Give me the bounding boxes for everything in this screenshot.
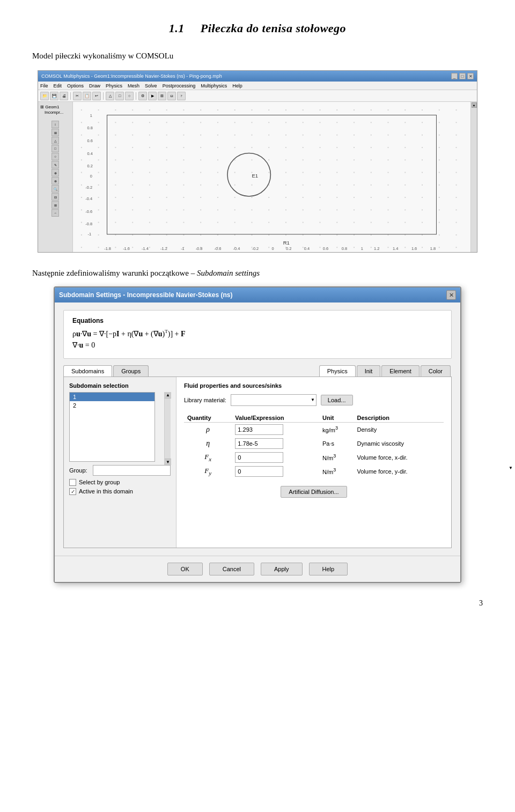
minimize-button[interactable]: _: [451, 73, 458, 79]
left-icon-5[interactable]: ○: [52, 153, 59, 160]
prop-unit-1: Pa·s: [319, 437, 354, 451]
menu-solve[interactable]: Solve: [145, 83, 157, 88]
svg-text:0.8: 0.8: [342, 246, 347, 251]
dialog-close-button[interactable]: ✕: [446, 290, 456, 300]
prop-value-0[interactable]: [232, 422, 319, 437]
prop-input-3[interactable]: [235, 466, 283, 477]
prop-value-3[interactable]: [232, 464, 319, 478]
intro-text: Model piłeczki wykonaliśmy w COMSOLu: [32, 51, 483, 61]
svg-text:1: 1: [90, 113, 92, 118]
comsol-title-text: COMSOL Multiphysics - Geom1:Incompressib…: [41, 73, 222, 79]
subdomain-settings-dialog: Subdomain Settings - Incompressible Navi…: [54, 286, 461, 583]
toolbar-icon-5[interactable]: 📋: [83, 92, 91, 100]
menu-mesh[interactable]: Mesh: [128, 83, 139, 88]
left-icon-7[interactable]: ⊕: [52, 169, 59, 176]
left-icon-9[interactable]: 🔍: [52, 185, 59, 193]
svg-text:0: 0: [90, 174, 92, 179]
left-icon-4[interactable]: □: [52, 145, 59, 152]
maximize-button[interactable]: □: [459, 73, 466, 79]
menu-physics[interactable]: Physics: [106, 83, 122, 88]
menu-options[interactable]: Options: [67, 83, 84, 88]
toolbar-icon-4[interactable]: ✂: [73, 92, 82, 100]
left-icon-11[interactable]: ⊞: [52, 201, 59, 209]
toolbar-icon-7[interactable]: △: [106, 92, 114, 100]
prop-symbol-3: Fy: [184, 464, 232, 478]
table-row: ρkg/m3Density: [184, 422, 444, 437]
toolbar-icon-13[interactable]: Ω: [167, 92, 176, 100]
toolbar-icon-12[interactable]: ⊞: [158, 92, 166, 100]
menu-help[interactable]: Help: [232, 83, 242, 88]
subdomain-scroll-down[interactable]: ▼: [165, 459, 171, 465]
toolbar-icon-8[interactable]: □: [115, 92, 124, 100]
equation-2: ∇·u = 0: [72, 341, 443, 350]
cancel-button[interactable]: Cancel: [209, 563, 254, 575]
menu-postprocessing[interactable]: Postprocessing: [163, 83, 196, 88]
menu-draw[interactable]: Draw: [89, 83, 100, 88]
load-button[interactable]: Load...: [321, 395, 353, 405]
svg-text:0.2: 0.2: [286, 246, 291, 251]
toolbar-icon-10[interactable]: ⚙: [138, 92, 147, 100]
left-icon-1[interactable]: ↕: [52, 121, 59, 128]
toolbar-icon-6[interactable]: ↩: [92, 92, 101, 100]
library-label: Library material:: [184, 397, 226, 403]
svg-text:-0.2: -0.2: [252, 246, 259, 251]
svg-text:R1: R1: [283, 240, 290, 246]
left-icon-3[interactable]: △: [52, 137, 59, 144]
left-icon-12[interactable]: →: [52, 209, 59, 217]
prop-input-2[interactable]: [235, 452, 283, 463]
scroll-up-btn[interactable]: ▲: [472, 102, 477, 108]
ok-button[interactable]: OK: [167, 563, 203, 575]
subdomain-scrollbar[interactable]: ▲ ▼: [164, 392, 171, 465]
active-in-domain-checkbox[interactable]: ✓: [69, 488, 76, 495]
close-button[interactable]: ✕: [467, 73, 474, 79]
subdomain-list[interactable]: 1 2: [69, 392, 155, 462]
prop-input-0[interactable]: [235, 424, 283, 435]
left-icon-10[interactable]: ⊟: [52, 193, 59, 201]
subdomain-scroll-up[interactable]: ▲: [165, 392, 171, 398]
comsol-scrollbar[interactable]: ▲: [470, 102, 477, 253]
prop-description-3: Volume force, y-dir.: [354, 464, 444, 478]
toolbar-icon-11[interactable]: ▶: [148, 92, 157, 100]
toolbar-icon-9[interactable]: ○: [125, 92, 134, 100]
left-icon-2[interactable]: ⊞: [52, 129, 59, 136]
tab-physics[interactable]: Physics: [319, 365, 356, 377]
toolbar-icon-1[interactable]: 📁: [40, 92, 49, 100]
select-by-group-checkbox[interactable]: [69, 479, 76, 486]
help-button[interactable]: Help: [309, 563, 348, 575]
prop-value-2[interactable]: [232, 451, 319, 464]
prop-value-1[interactable]: [232, 437, 319, 451]
tab-element[interactable]: Element: [381, 365, 419, 377]
svg-text:-0.8: -0.8: [85, 222, 92, 226]
page-number: 3: [32, 599, 483, 608]
toolbar-separator-3: [136, 92, 136, 100]
comsol-menubar: File Edit Options Draw Physics Mesh Solv…: [38, 82, 477, 90]
comsol-screenshot: COMSOL Multiphysics - Geom1:Incompressib…: [38, 70, 477, 253]
tab-color[interactable]: Color: [421, 365, 451, 377]
tab-groups[interactable]: Groups: [113, 365, 149, 377]
svg-text:0.6: 0.6: [323, 246, 328, 251]
menu-multiphysics[interactable]: Multiphysics: [201, 83, 227, 88]
artificial-diffusion-button[interactable]: Artificial Diffusion...: [281, 486, 347, 498]
menu-edit[interactable]: Edit: [54, 83, 62, 88]
subdomain-item-2[interactable]: 2: [70, 401, 154, 410]
subdomain-item-1[interactable]: 1: [70, 393, 154, 401]
physics-panel: Fluid properties and sources/sinks Libra…: [176, 377, 451, 548]
svg-text:-1.8: -1.8: [104, 246, 111, 251]
tree-item-incompr[interactable]: Incompr...: [40, 110, 70, 115]
toolbar-icon-3[interactable]: 🖨: [60, 92, 68, 100]
menu-file[interactable]: File: [40, 83, 48, 88]
left-icon-8[interactable]: ⊗: [52, 177, 59, 184]
library-row: Library material: ▼ Load...: [184, 394, 444, 406]
library-dropdown[interactable]: ▼: [231, 394, 317, 406]
apply-button[interactable]: Apply: [261, 563, 303, 575]
toolbar-icon-14[interactable]: ?: [177, 92, 186, 100]
transition-text: Następnie zdefiniowaliśmy warunki począt…: [32, 269, 483, 278]
tab-subdomains[interactable]: Subdomains: [63, 365, 112, 377]
toolbar-icon-2[interactable]: 💾: [50, 92, 58, 100]
left-icon-6[interactable]: ✎: [52, 161, 59, 168]
prop-input-1[interactable]: [235, 438, 283, 449]
group-dropdown[interactable]: ▼: [93, 465, 171, 476]
prop-description-0: Density: [354, 422, 444, 437]
tree-item-geom1[interactable]: ⊞ Geom1: [40, 105, 70, 109]
tab-init[interactable]: Init: [357, 365, 381, 377]
